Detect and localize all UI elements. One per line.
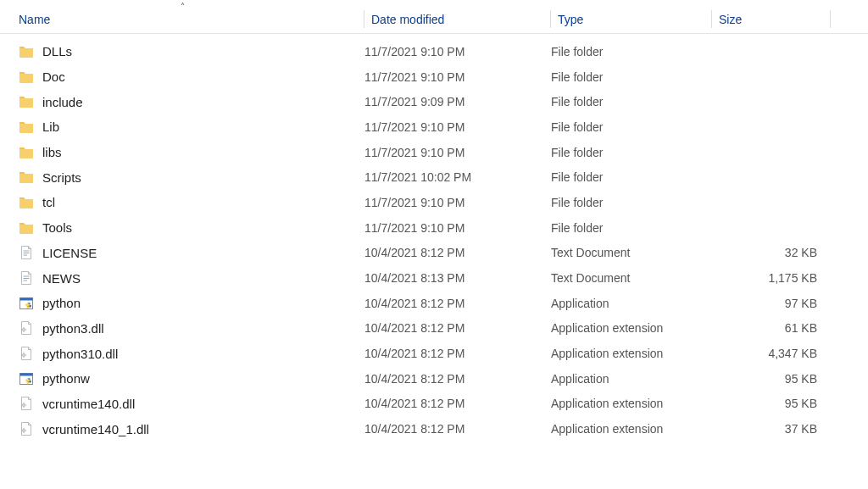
file-size-cell: 4,347 KB: [712, 347, 829, 360]
file-name-label: Doc: [42, 69, 65, 84]
file-size-cell: 37 KB: [712, 422, 829, 436]
file-name-label: python3.dll: [42, 321, 104, 336]
column-header-size-label: Size: [719, 13, 742, 26]
column-header-type[interactable]: Type: [551, 5, 712, 33]
file-row[interactable]: pythonw10/4/2021 8:12 PMApplication95 KB: [0, 366, 868, 392]
file-name-label: vcruntime140_1.dll: [42, 422, 149, 436]
file-name-label: Lib: [42, 119, 59, 134]
file-row[interactable]: Tools11/7/2021 9:10 PMFile folder: [0, 215, 868, 241]
file-list: ˄ Name Date modified Type Size DLLs11/7/…: [0, 0, 868, 442]
folder-icon: [19, 220, 34, 236]
file-name-cell: libs: [19, 145, 364, 160]
file-row[interactable]: include11/7/2021 9:09 PMFile folder: [0, 89, 868, 114]
file-row[interactable]: python10/4/2021 8:12 PMApplication97 KB: [0, 291, 868, 316]
file-row[interactable]: vcruntime140.dll10/4/2021 8:12 PMApplica…: [0, 392, 868, 417]
column-header-name-label: Name: [19, 13, 50, 26]
file-row[interactable]: tcl11/7/2021 9:10 PMFile folder: [0, 190, 868, 215]
file-date-cell: 11/7/2021 10:02 PM: [364, 170, 551, 184]
column-header-date-label: Date modified: [371, 13, 444, 26]
file-name-label: NEWS: [42, 271, 81, 286]
column-header-size[interactable]: Size: [712, 5, 831, 33]
file-date-cell: 10/4/2021 8:12 PM: [364, 347, 551, 360]
file-size-cell: 95 KB: [712, 397, 829, 410]
file-type-cell: File folder: [551, 170, 712, 184]
file-type-cell: File folder: [551, 146, 712, 159]
file-date-cell: 11/7/2021 9:10 PM: [364, 196, 551, 209]
file-date-cell: 10/4/2021 8:12 PM: [364, 297, 551, 310]
file-name-cell: NEWS: [19, 270, 364, 286]
file-date-cell: 10/4/2021 8:12 PM: [364, 372, 551, 386]
python-application-icon: [19, 371, 34, 386]
file-date-cell: 10/4/2021 8:12 PM: [364, 422, 551, 436]
file-name-label: vcruntime140.dll: [42, 397, 135, 411]
file-row[interactable]: NEWS10/4/2021 8:13 PMText Document1,175 …: [0, 265, 868, 291]
file-name-cell: python3.dll: [19, 320, 364, 336]
file-type-cell: File folder: [551, 70, 712, 84]
file-name-label: LICENSE: [42, 246, 97, 260]
file-date-cell: 10/4/2021 8:12 PM: [364, 321, 551, 335]
sort-ascending-icon: ˄: [181, 2, 185, 11]
file-name-label: python310.dll: [42, 347, 118, 361]
file-name-label: tcl: [42, 195, 55, 209]
file-name-cell: include: [19, 94, 364, 109]
file-type-cell: File folder: [551, 196, 712, 209]
file-date-cell: 11/7/2021 9:10 PM: [364, 70, 551, 84]
file-size-cell: 1,175 KB: [712, 271, 829, 285]
file-size-cell: 95 KB: [712, 372, 829, 386]
column-header-name[interactable]: ˄ Name: [0, 5, 364, 33]
file-name-label: DLLs: [42, 44, 72, 58]
file-name-cell: vcruntime140_1.dll: [19, 421, 364, 436]
file-name-cell: Lib: [19, 119, 364, 135]
file-name-cell: vcruntime140.dll: [19, 396, 364, 411]
file-size-cell: 97 KB: [712, 297, 829, 310]
file-name-label: Tools: [42, 220, 72, 235]
file-size-cell: 32 KB: [712, 246, 829, 259]
column-header-type-label: Type: [558, 13, 583, 26]
folder-icon: [19, 44, 34, 59]
column-header-date[interactable]: Date modified: [364, 5, 551, 33]
file-date-cell: 11/7/2021 9:10 PM: [364, 221, 551, 235]
application-extension-icon: [19, 421, 34, 436]
file-name-cell: python310.dll: [19, 346, 364, 361]
folder-icon: [19, 145, 34, 160]
file-row[interactable]: Doc11/7/2021 9:10 PMFile folder: [0, 64, 868, 90]
text-document-icon: [19, 245, 34, 260]
file-name-label: python: [42, 296, 81, 310]
file-row[interactable]: vcruntime140_1.dll10/4/2021 8:12 PMAppli…: [0, 416, 868, 442]
file-type-cell: File folder: [551, 221, 712, 235]
file-name-cell: LICENSE: [19, 245, 364, 260]
file-name-label: libs: [42, 145, 62, 159]
file-date-cell: 11/7/2021 9:10 PM: [364, 45, 551, 58]
file-name-cell: Tools: [19, 220, 364, 236]
folder-icon: [19, 119, 34, 135]
file-row[interactable]: Lib11/7/2021 9:10 PMFile folder: [0, 114, 868, 140]
file-type-cell: File folder: [551, 95, 712, 108]
folder-icon: [19, 169, 34, 185]
column-divider[interactable]: [830, 10, 831, 28]
file-row[interactable]: python3.dll10/4/2021 8:12 PMApplication …: [0, 316, 868, 342]
file-type-cell: Application: [551, 372, 712, 386]
file-size-cell: 61 KB: [712, 321, 829, 335]
file-type-cell: Text Document: [551, 271, 712, 285]
column-header-row: ˄ Name Date modified Type Size: [0, 5, 868, 34]
file-date-cell: 11/7/2021 9:10 PM: [364, 146, 551, 159]
file-name-cell: Scripts: [19, 169, 364, 185]
file-type-cell: Application: [551, 297, 712, 310]
application-extension-icon: [19, 346, 34, 361]
file-row[interactable]: LICENSE10/4/2021 8:12 PMText Document32 …: [0, 241, 868, 266]
file-row[interactable]: libs11/7/2021 9:10 PMFile folder: [0, 140, 868, 165]
file-date-cell: 10/4/2021 8:12 PM: [364, 246, 551, 259]
file-date-cell: 11/7/2021 9:09 PM: [364, 95, 551, 108]
file-row[interactable]: Scripts11/7/2021 10:02 PMFile folder: [0, 164, 868, 190]
file-name-cell: Doc: [19, 69, 364, 85]
text-document-icon: [19, 270, 34, 286]
file-name-label: pythonw: [42, 371, 90, 386]
file-rows-container: DLLs11/7/2021 9:10 PMFile folderDoc11/7/…: [0, 34, 868, 442]
file-type-cell: Application extension: [551, 422, 712, 436]
file-row[interactable]: DLLs11/7/2021 9:10 PMFile folder: [0, 39, 868, 64]
file-row[interactable]: python310.dll10/4/2021 8:12 PMApplicatio…: [0, 341, 868, 366]
file-name-cell: python: [19, 296, 364, 311]
application-extension-icon: [19, 396, 34, 411]
file-date-cell: 10/4/2021 8:12 PM: [364, 397, 551, 410]
python-application-icon: [19, 296, 34, 311]
